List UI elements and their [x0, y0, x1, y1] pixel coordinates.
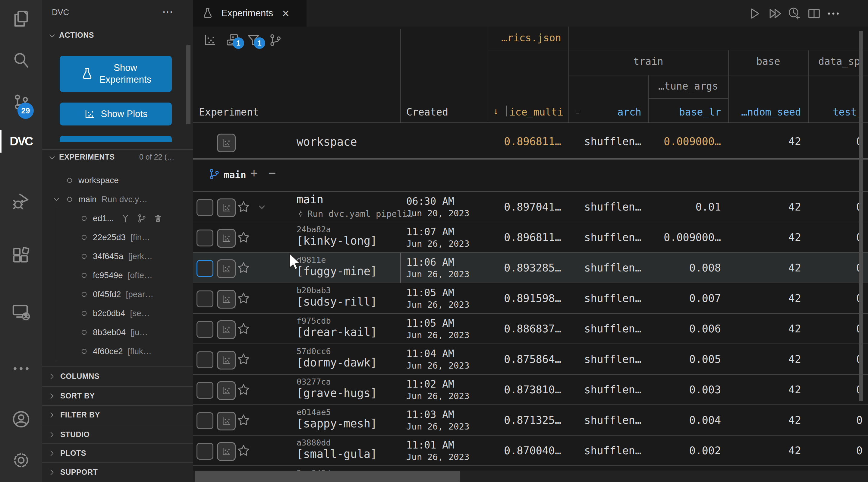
- table-row-b20bab3[interactable]: b20bab3[sudsy-rill]11:05 AMJun 26, 20230…: [193, 283, 868, 313]
- row-checkbox[interactable]: [196, 199, 213, 216]
- plot-button[interactable]: [217, 198, 236, 217]
- section-header-experiments[interactable]: EXPERIMENTS: [59, 152, 115, 161]
- branch-icon[interactable]: [137, 214, 147, 223]
- run-icon[interactable]: [747, 7, 761, 21]
- column-header-ice-multi[interactable]: ice_multi: [509, 106, 561, 118]
- star-icon[interactable]: [237, 383, 250, 396]
- partial-button[interactable]: [60, 136, 172, 142]
- section-header-filter-by[interactable]: FILTER BY: [42, 406, 193, 424]
- row-checkbox[interactable]: [196, 260, 213, 277]
- star-icon[interactable]: [237, 414, 250, 427]
- table-row-e014ae5[interactable]: e014ae5[sappy-mesh]11:03 AMJun 26, 20230…: [193, 405, 868, 435]
- row-checkbox[interactable]: [196, 230, 213, 247]
- column-header-test[interactable]: test_: [833, 106, 863, 118]
- section-header-support[interactable]: SUPPORT: [42, 463, 193, 481]
- row-checkbox[interactable]: [196, 412, 213, 429]
- row-checkbox[interactable]: [196, 351, 213, 368]
- column-header-arch[interactable]: arch: [571, 106, 641, 118]
- row-checkbox[interactable]: [196, 382, 213, 399]
- actions-chevron-icon[interactable]: [48, 31, 57, 40]
- table-row-f975cdb[interactable]: f975cdb[drear-kail]11:05 AMJun 26, 20230…: [193, 314, 868, 344]
- column-header-base-lr[interactable]: base_lr: [652, 106, 721, 118]
- trash-icon[interactable]: [153, 214, 163, 223]
- star-icon[interactable]: [237, 322, 250, 335]
- plot-button[interactable]: [217, 259, 236, 278]
- tree-item-4f60ce2[interactable]: 4f60ce2[fluk…: [42, 342, 193, 361]
- section-header-sort-by[interactable]: SORT BY: [42, 387, 193, 405]
- column-header-experiment[interactable]: Experiment: [199, 106, 259, 118]
- remove-icon[interactable]: −: [268, 166, 276, 181]
- experiments-chevron-icon[interactable]: [48, 153, 57, 162]
- star-icon[interactable]: [237, 261, 250, 275]
- row-checkbox[interactable]: [196, 443, 213, 460]
- section-header-plots[interactable]: PLOTS: [42, 444, 193, 462]
- show-plots-button[interactable]: Show Plots: [60, 103, 172, 125]
- tree-item-22e25d3[interactable]: 22e25d3[fin…: [42, 228, 193, 247]
- more-actions-icon[interactable]: [827, 7, 840, 21]
- sort-descending-icon[interactable]: ↓: [493, 106, 499, 116]
- split-editor-icon[interactable]: [807, 7, 821, 21]
- row-checkbox[interactable]: [196, 321, 213, 338]
- star-icon[interactable]: [237, 444, 250, 457]
- tree-item-workspace[interactable]: workspace: [42, 171, 193, 190]
- activity-item-extensions[interactable]: [0, 242, 42, 271]
- star-icon[interactable]: [237, 200, 250, 214]
- apply-icon[interactable]: [121, 214, 130, 223]
- queue-icon[interactable]: [787, 7, 801, 21]
- section-header-columns[interactable]: COLUMNS: [42, 367, 193, 386]
- table-row-24ba82a[interactable]: 24ba82a[kinky-long]11:07 AMJun 26, 20230…: [193, 222, 868, 252]
- activity-item-remote-explorer[interactable]: [0, 297, 42, 326]
- section-header-studio[interactable]: STUDIO: [42, 425, 193, 444]
- activity-item-explorer[interactable]: [0, 4, 42, 33]
- section-header-actions[interactable]: ACTIONS: [59, 31, 94, 39]
- plot-button[interactable]: [217, 320, 236, 339]
- plot-button[interactable]: [217, 442, 236, 461]
- chevron-down-icon[interactable]: [52, 195, 61, 204]
- plot-button[interactable]: [217, 134, 236, 152]
- tree-item-main[interactable]: mainRun dvc.y…: [42, 190, 193, 209]
- table-row-57d0cc6[interactable]: 57d0cc6[dormy-dawk]11:04 AMJun 26, 20230…: [193, 344, 868, 374]
- plot-button[interactable]: [217, 351, 236, 369]
- table-row-a3880dd[interactable]: a3880dd[small-gula]11:01 AMJun 26, 20230…: [193, 435, 868, 465]
- plot-button[interactable]: [217, 229, 236, 248]
- activity-item-more-views[interactable]: [0, 354, 42, 383]
- column-header-random-seed[interactable]: …ndom_seed: [732, 106, 801, 118]
- plot-button[interactable]: [217, 412, 236, 430]
- star-icon[interactable]: [237, 231, 250, 244]
- row-checkbox[interactable]: [196, 290, 213, 307]
- run-all-icon[interactable]: [768, 7, 782, 21]
- plot-button[interactable]: [217, 381, 236, 400]
- show-experiments-button[interactable]: ShowExperiments: [60, 56, 172, 92]
- activity-item-settings[interactable]: [0, 446, 42, 475]
- tree-item-ed1[interactable]: ed1...: [42, 209, 193, 228]
- toolbar-plots-button[interactable]: [203, 33, 217, 47]
- tree-item-34f645a[interactable]: 34f645a[jerk…: [42, 247, 193, 266]
- add-icon[interactable]: +: [250, 166, 258, 181]
- created-time: 11:04 AM: [406, 348, 454, 360]
- plot-button[interactable]: [217, 290, 236, 309]
- tree-item-0f45fd2[interactable]: 0f45fd2[pear…: [42, 285, 193, 304]
- horizontal-scrollbar[interactable]: [195, 471, 460, 482]
- table-row-03277ca[interactable]: 03277ca[grave-hugs]11:02 AMJun 26, 20230…: [193, 375, 868, 404]
- close-icon[interactable]: ×: [282, 7, 289, 19]
- table-row-main[interactable]: mainRun dvc.yaml pipeli…06:30 AMJun 20, …: [193, 192, 868, 222]
- tree-item-b2c0db4[interactable]: b2c0db4[se…: [42, 304, 193, 323]
- tab-experiments[interactable]: Experiments ×: [193, 0, 307, 27]
- header-subgroup-tune-args: …tune_args: [648, 80, 728, 92]
- sidebar-more-icon[interactable]: ⋯: [162, 5, 174, 18]
- chevron-down-icon[interactable]: [257, 202, 267, 212]
- toolbar-branches-button[interactable]: [268, 33, 282, 47]
- row-workspace[interactable]: workspace0.896811…shufflen…0.009000…420: [193, 126, 868, 158]
- activity-item-search[interactable]: [0, 46, 42, 75]
- star-icon[interactable]: [237, 352, 250, 366]
- activity-item-dvc[interactable]: DVC: [0, 127, 42, 155]
- sidebar-scrollbar[interactable]: [186, 45, 190, 124]
- section-label: COLUMNS: [60, 372, 99, 381]
- tree-item-8b3eb04[interactable]: 8b3eb04[ju…: [42, 323, 193, 342]
- tree-item-fc9549e[interactable]: fc9549e[ofte…: [42, 266, 193, 285]
- activity-item-run-and-debug[interactable]: [0, 187, 42, 215]
- column-header-created[interactable]: Created: [406, 106, 448, 118]
- activity-item-accounts[interactable]: [0, 405, 42, 434]
- star-icon[interactable]: [237, 292, 250, 305]
- vertical-scrollbar[interactable]: [859, 31, 863, 401]
